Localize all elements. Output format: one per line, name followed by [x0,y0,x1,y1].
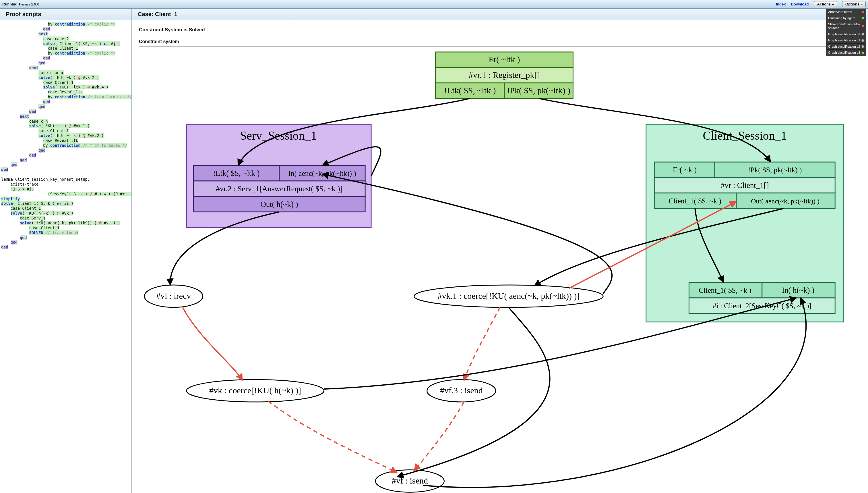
proof-line[interactable]: (SessKeyC( S, k ) @ #i) ∧ (¬(∃ #r. LtkRe… [1,192,130,196]
status-dot-icon [861,10,864,13]
running-label: Running [2,2,18,6]
option-graph-simplification-l2[interactable]: Graph simplification L2 [826,44,866,50]
status-dot-icon [861,17,864,20]
option-label: Graph simplification off [828,33,860,36]
proof-line[interactable]: qed [1,104,130,109]
proof-line[interactable]: qed [1,61,130,65]
svg-text:Out( h(~k) ): Out( h(~k) ) [260,200,298,209]
proof-line[interactable]: case Client_1 [1,46,130,51]
option-clusturing-by-agent[interactable]: Clusturing by agent [826,15,866,22]
proof-scripts-title: Proof scripts [0,8,132,20]
svg-text:#vf.3 : isend: #vf.3 : isend [440,386,483,395]
option-label: Graph simplification L3 [828,51,860,55]
option-label: Clusturing by agent [828,16,855,20]
nav-index[interactable]: Index [776,2,785,6]
proof-line[interactable]: qed [1,148,130,153]
nav-download[interactable]: Download [791,2,808,6]
option-label: Graph simplification L2 [828,45,860,48]
proof-line[interactable]: next [1,31,130,37]
svg-text:#vl : irecv: #vl : irecv [156,291,191,301]
svg-text:!Ltk( $S, ~ltk ): !Ltk( $S, ~ltk ) [444,86,496,95]
proof-line[interactable]: case Serv_1 [1,216,130,221]
proof-line[interactable]: solve( !KU( ~k ) @ #vk.2 ) [1,75,130,80]
proof-line[interactable]: solve( !KU( ~ltk ) @ #vk.4 ) [1,85,130,90]
solved-heading: Constraint System is Solved [139,27,861,33]
proof-line[interactable]: qed [1,56,130,61]
left-panel[interactable]: Proof scripts by contradiction /* cyclic… [0,8,132,493]
option-label: Show annotation auto-sources [828,22,860,29]
svg-text:!Ltk( $S, ~ltk ): !Ltk( $S, ~ltk ) [213,169,260,177]
proof-line[interactable]: qed [1,109,130,114]
proof-line[interactable]: case Reveal_ltk [1,138,130,143]
svg-text:#vr.1 : Register_pk[]: #vr.1 : Register_pk[] [469,70,540,80]
proof-line[interactable]: next [1,114,130,119]
proof-line[interactable]: by contradiction /* from formulas */ [1,94,130,100]
proof-line[interactable]: case Client_1 [1,80,130,85]
option-abbreviate-terms[interactable]: Abbreviate terms [826,9,866,15]
proof-line[interactable]: qed [1,100,130,104]
proof-line[interactable]: qed [1,167,130,172]
proof-line[interactable]: case Client_1 [1,128,130,133]
proof-line[interactable]: qed [1,153,130,158]
proof-line[interactable]: case Reveal_ltk [1,90,130,94]
case-title: Case: Client_1 [132,8,868,20]
proof-script[interactable]: by contradiction /* cyclic */ qed next c… [0,20,132,255]
prover-name: Tamarin [18,2,30,7]
proof-line[interactable]: "∃ S k #i. [1,187,130,192]
proof-line[interactable]: qed [1,27,130,31]
proof-line[interactable]: by contradiction /* cyclic */ [1,22,130,27]
proof-line[interactable]: SOLVED // trace found [1,230,130,235]
option-graph-simplification-l1[interactable]: Graph simplification L1 [826,37,866,44]
proof-line[interactable]: solve( Client_1( S, k ) ▶₀ #i ) [1,201,130,206]
proof-line[interactable]: case c_h [1,119,130,124]
svg-text:Out( aenc(~k, pk(~ltk)) ): Out( aenc(~k, pk(~ltk)) ) [751,197,820,205]
proof-line[interactable]: qed [1,235,130,240]
proof-line[interactable]: case case_2 [1,37,130,41]
proof-line[interactable]: solve( !KU( h(~k) ) @ #vk ) [1,211,130,216]
svg-text:#vk : coerce[!KU( h(~k) )]: #vk : coerce[!KU( h(~k) )] [209,386,301,395]
svg-text:In( h(~k) ): In( h(~k) ) [782,286,814,295]
svg-text:Fr( ~k ): Fr( ~k ) [673,166,696,174]
option-graph-simplification-off[interactable]: Graph simplification off [826,31,866,38]
svg-text:#vk.1 : coerce[!KU( aenc(~k, p: #vk.1 : coerce[!KU( aenc(~k, pk(~ltk)) )… [437,291,579,301]
status-dot-icon [861,51,864,54]
proof-line[interactable]: qed [1,240,130,245]
proof-line[interactable]: next [1,65,130,70]
proof-line[interactable]: solve( !KU( ~k ) @ #vk.1 ) [1,124,130,128]
svg-text:!Pk( $S, pk(~ltk) ): !Pk( $S, pk(~ltk) ) [748,166,802,174]
svg-text:#vr.2 : Serv_1[AnswerRequest( : #vr.2 : Serv_1[AnswerRequest( $S, ~k )] [216,185,343,193]
proof-line[interactable]: case Client_1 [1,206,130,211]
option-graph-simplification-l3[interactable]: Graph simplification L3 [826,50,866,56]
proof-line[interactable] [1,172,130,177]
svg-text:Client_1( $S, ~k ): Client_1( $S, ~k ) [669,197,721,205]
svg-text:In( aenc(~k, pk(~ltk)) ): In( aenc(~k, pk(~ltk)) ) [288,169,356,177]
proof-line[interactable]: exists-trace [1,182,130,187]
proof-line[interactable]: case Client_1 [1,226,130,230]
option-label: Graph simplification L1 [828,39,860,42]
status-dot-icon [861,25,864,27]
proof-line[interactable]: case c_aenc [1,70,130,75]
svg-text:!Pk( $S, pk(~ltk) ): !Pk( $S, pk(~ltk) ) [507,86,570,95]
constraint-graph: Fr( ~ltk )#vr.1 : Register_pk[]!Ltk( $S,… [139,46,861,493]
constraint-graph-svg: Fr( ~ltk )#vr.1 : Register_pk[]!Ltk( $S,… [139,47,861,493]
proof-line[interactable]: solve( !KU( aenc(~k, pk(~ltkS)) ) @ #vk.… [1,221,130,226]
constraint-heading: Constraint system [139,39,861,44]
options-menu-button[interactable]: Options » [842,1,866,7]
right-panel[interactable]: Case: Client_1 Constraint System is Solv… [132,8,868,493]
proof-line[interactable]: solve( Client_1( $S, ~k ) ▶₀ #j ) [1,41,130,46]
proof-line[interactable]: by contradiction /* from formulas */ [1,143,130,148]
option-show-annotation-auto-sources[interactable]: Show annotation auto-sources [826,21,866,31]
option-label: Abbreviate terms [828,10,852,14]
proof-line[interactable]: lemma Client_session_key_honest_setup: [1,177,130,182]
actions-menu-button[interactable]: Actions » [814,1,837,7]
proof-line[interactable]: solve( !KU( ~ltk ) @ #vk.2 ) [1,133,130,138]
proof-line[interactable]: by contradiction /* cyclic */ [1,51,130,56]
status-dot-icon [861,39,864,42]
options-dropdown: Abbreviate termsClusturing by agentShow … [826,8,866,56]
proof-line[interactable]: qed [1,162,130,167]
proof-line[interactable]: qed [1,245,130,250]
proof-line[interactable]: simplify [1,196,130,201]
svg-text:#i : Client_2[SessKeyC( $S, ~k: #i : Client_2[SessKeyC( $S, ~k )] [713,302,812,310]
proof-line[interactable]: qed [1,158,130,163]
prover-version: 1.9.0 [30,2,40,6]
